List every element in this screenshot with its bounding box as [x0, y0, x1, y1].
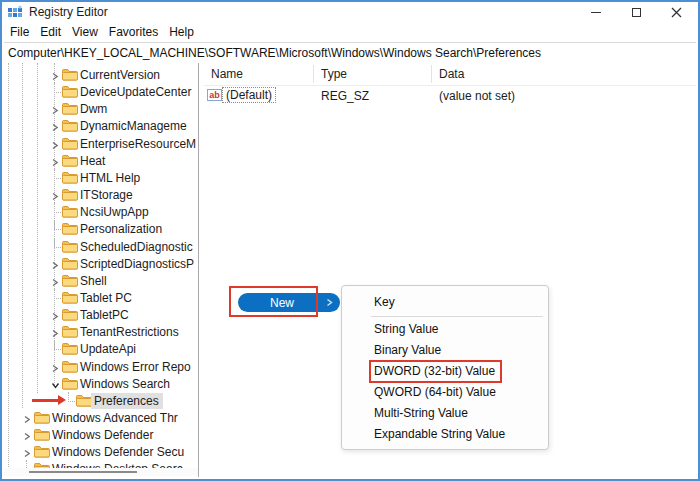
- menu-file[interactable]: File: [8, 25, 31, 39]
- tree-item-enterpriseresourcem[interactable]: EnterpriseResourceM: [4, 135, 198, 152]
- tree-item-windows-error-repo[interactable]: Windows Error Repo: [4, 358, 198, 375]
- submenu-item-binary-value[interactable]: Binary Value: [342, 340, 548, 361]
- annotation-arrow: [32, 399, 58, 402]
- tree-item-label[interactable]: Windows Advanced Thr: [49, 410, 182, 426]
- tree-horizontal-scrollbar[interactable]: [4, 468, 198, 476]
- menu-view[interactable]: View: [70, 25, 100, 39]
- tree-item-tenantrestrictions[interactable]: TenantRestrictions: [4, 323, 198, 340]
- tree-item-label[interactable]: ITStorage: [77, 187, 137, 203]
- tree-item-label[interactable]: Windows Search: [77, 376, 174, 392]
- tree-item-windows-search[interactable]: Windows Search: [4, 375, 198, 392]
- tree-item-label[interactable]: Dwm: [77, 101, 111, 117]
- tree-item-label[interactable]: HTML Help: [77, 170, 144, 186]
- column-header-type[interactable]: Type: [321, 67, 347, 81]
- tree-item-label[interactable]: Preferences: [91, 393, 163, 409]
- tree-item-preferences[interactable]: Preferences: [4, 392, 198, 409]
- tree-item-label[interactable]: ScheduledDiagnostic: [77, 239, 197, 255]
- tree-item-windows-defender-secu[interactable]: Windows Defender Secu: [4, 443, 198, 460]
- column-header-name[interactable]: Name: [211, 67, 243, 81]
- list-header: Name Type Data: [204, 63, 696, 86]
- annotation-arrow-head: [58, 395, 66, 405]
- chevron-collapsed-icon[interactable]: [51, 121, 59, 135]
- tree-scrollbar-thumb[interactable]: [29, 471, 137, 473]
- tree-item-label[interactable]: ScriptedDiagnosticsP: [77, 256, 198, 272]
- title-bar: Registry Editor: [2, 2, 698, 22]
- chevron-collapsed-icon[interactable]: [51, 139, 59, 153]
- chevron-collapsed-icon[interactable]: [23, 447, 31, 461]
- chevron-collapsed-icon[interactable]: [51, 190, 59, 204]
- value-data-cell: (value not set): [439, 89, 515, 103]
- address-bar[interactable]: Computer\HKEY_LOCAL_MACHINE\SOFTWARE\Mic…: [4, 42, 696, 64]
- tree-item-updateapi[interactable]: UpdateApi: [4, 340, 198, 357]
- menu-bar: FileEditViewFavoritesHelp: [4, 23, 696, 41]
- column-separator[interactable]: [431, 65, 432, 83]
- column-header-data[interactable]: Data: [439, 67, 464, 81]
- tree-item-label[interactable]: NcsiUwpApp: [77, 204, 153, 220]
- folder-icon: [34, 445, 50, 461]
- chevron-collapsed-icon[interactable]: [51, 276, 59, 290]
- tree-item-dwm[interactable]: Dwm: [4, 100, 198, 117]
- tree-item-itstorage[interactable]: ITStorage: [4, 186, 198, 203]
- tree-item-currentversion[interactable]: CurrentVersion: [4, 66, 198, 83]
- tree-item-dynamicmanageme[interactable]: DynamicManageme: [4, 117, 198, 134]
- tree-item-heat[interactable]: Heat: [4, 152, 198, 169]
- tree-item-label[interactable]: TabletPC: [77, 307, 133, 323]
- value-name-cell[interactable]: (Default): [222, 87, 276, 103]
- tree-item-label[interactable]: DeviceUpdateCenter: [77, 84, 195, 100]
- tree-item-label[interactable]: EnterpriseResourceM: [77, 136, 198, 152]
- tree-item-label[interactable]: TenantRestrictions: [77, 324, 183, 340]
- column-separator[interactable]: [313, 65, 314, 83]
- tree-item-ncsiuwpapp[interactable]: NcsiUwpApp: [4, 203, 198, 220]
- submenu-item-string-value[interactable]: String Value: [342, 319, 548, 340]
- chevron-collapsed-icon[interactable]: [23, 413, 31, 427]
- folder-icon: [62, 257, 78, 273]
- value-type-cell: REG_SZ: [321, 89, 369, 103]
- chevron-collapsed-icon[interactable]: [51, 310, 59, 324]
- menu-help[interactable]: Help: [167, 25, 196, 39]
- submenu-item-qword-64-bit-value[interactable]: QWORD (64-bit) Value: [342, 382, 548, 403]
- tree-item-label[interactable]: CurrentVersion: [77, 67, 164, 83]
- tree-item-label[interactable]: Windows Defender Secu: [49, 444, 188, 460]
- tree-item-label[interactable]: Windows Error Repo: [77, 359, 195, 375]
- folder-icon: [62, 240, 78, 256]
- submenu-item-multi-string-value[interactable]: Multi-String Value: [342, 403, 548, 424]
- tree-item-label[interactable]: Windows Defender: [49, 427, 157, 443]
- tree-item-label[interactable]: UpdateApi: [77, 341, 140, 357]
- tree-item-label[interactable]: Tablet PC: [77, 290, 136, 306]
- tree-item-personalization[interactable]: Personalization: [4, 220, 198, 237]
- chevron-collapsed-icon[interactable]: [51, 156, 59, 170]
- menu-favorites[interactable]: Favorites: [107, 25, 160, 39]
- string-value-icon: ab: [207, 89, 222, 101]
- folder-icon: [62, 222, 78, 238]
- chevron-collapsed-icon[interactable]: [51, 259, 59, 273]
- tree-item-label[interactable]: Shell: [77, 273, 111, 289]
- tree-item-label[interactable]: DynamicManageme: [77, 118, 191, 134]
- chevron-collapsed-icon[interactable]: [51, 362, 59, 376]
- tree-item-scripteddiagnosticsp[interactable]: ScriptedDiagnosticsP: [4, 255, 198, 272]
- registry-value-row[interactable]: ab (Default) REG_SZ (value not set): [204, 87, 696, 105]
- folder-icon: [34, 411, 50, 427]
- tree-item-scheduleddiagnostic[interactable]: ScheduledDiagnostic: [4, 238, 198, 255]
- submenu-item-expandable-string-value[interactable]: Expandable String Value: [342, 424, 548, 445]
- chevron-collapsed-icon[interactable]: [23, 430, 31, 444]
- maximize-button[interactable]: [616, 2, 656, 22]
- tree-item-shell[interactable]: Shell: [4, 272, 198, 289]
- tree-item-label[interactable]: Personalization: [77, 221, 166, 237]
- tree-item-deviceupdatecenter[interactable]: DeviceUpdateCenter: [4, 83, 198, 100]
- folder-icon: [62, 85, 78, 101]
- tree-item-tabletpc[interactable]: TabletPC: [4, 306, 198, 323]
- close-button[interactable]: [656, 2, 696, 22]
- tree-item-windows-advanced-thr[interactable]: Windows Advanced Thr: [4, 409, 198, 426]
- tree-item-tablet-pc[interactable]: Tablet PC: [4, 289, 198, 306]
- chevron-expanded-icon[interactable]: [51, 379, 60, 393]
- folder-icon: [62, 291, 78, 307]
- submenu-item-key[interactable]: Key: [342, 291, 548, 314]
- chevron-collapsed-icon[interactable]: [51, 327, 59, 341]
- tree-item-html-help[interactable]: HTML Help: [4, 169, 198, 186]
- menu-edit[interactable]: Edit: [38, 25, 63, 39]
- tree-item-label[interactable]: Heat: [77, 153, 109, 169]
- tree-item-windows-defender[interactable]: Windows Defender: [4, 426, 198, 443]
- chevron-collapsed-icon[interactable]: [51, 104, 59, 118]
- minimize-button[interactable]: [576, 2, 616, 22]
- chevron-collapsed-icon[interactable]: [51, 70, 59, 84]
